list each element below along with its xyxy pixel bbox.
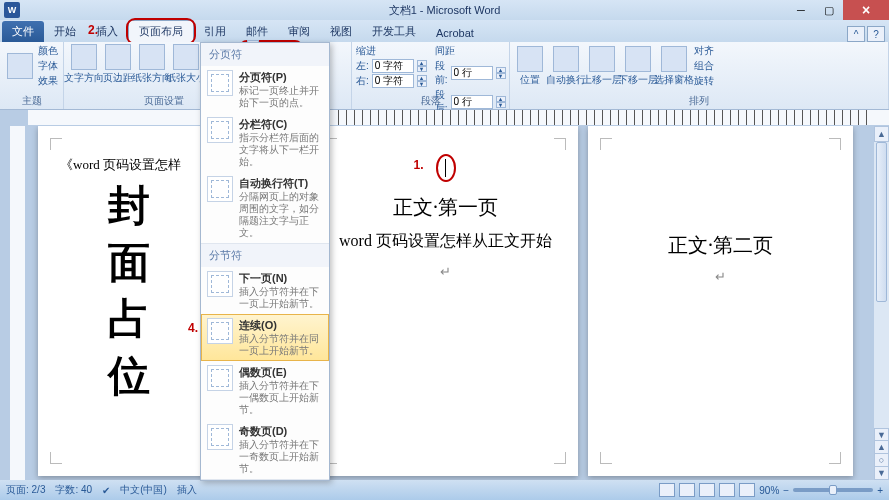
themes-icon bbox=[7, 53, 33, 79]
even-page-break-item[interactable]: 偶数页(E)插入分节符并在下一偶数页上开始新节。 bbox=[201, 361, 329, 420]
tab-references[interactable]: 引用 bbox=[194, 21, 236, 42]
group-paragraph: 缩进 左:▴▾ 右:▴▾ 间距 段前:▴▾ 段后:▴▾ 段落 bbox=[352, 42, 510, 109]
group-objects-button[interactable]: 组合 bbox=[694, 59, 714, 73]
statusbar: 页面: 2/3 字数: 40 ✔ 中文(中国) 插入 90% − + bbox=[0, 480, 889, 500]
view-print-layout-button[interactable] bbox=[659, 483, 675, 497]
horizontal-ruler[interactable] bbox=[28, 110, 889, 126]
position-button[interactable]: 位置 bbox=[514, 46, 546, 87]
continuous-icon bbox=[207, 318, 233, 344]
margins-icon bbox=[105, 44, 131, 70]
browse-object-button[interactable]: ○ bbox=[874, 454, 889, 467]
odd-page-break-item[interactable]: 奇数页(D)插入分节符并在下一奇数页上开始新节。 bbox=[201, 420, 329, 479]
dropdown-section-section-breaks: 分节符 bbox=[201, 244, 329, 267]
rotate-button[interactable]: 旋转 bbox=[694, 74, 714, 88]
dropdown-section-page-breaks: 分页符 bbox=[201, 43, 329, 66]
group-arrange-label: 排列 bbox=[510, 94, 888, 108]
maximize-button[interactable]: ▢ bbox=[815, 0, 843, 20]
ribbon-minimize-button[interactable]: ^ bbox=[847, 26, 865, 42]
vertical-scrollbar[interactable]: ▲ ▼ ▲ ○ ▼ bbox=[873, 126, 889, 480]
app-icon: W bbox=[4, 2, 20, 18]
vertical-ruler[interactable] bbox=[10, 126, 26, 480]
status-insert-mode[interactable]: 插入 bbox=[177, 483, 197, 497]
size-icon bbox=[173, 44, 199, 70]
orientation-icon bbox=[139, 44, 165, 70]
browse-next-button[interactable]: ▼ bbox=[874, 467, 889, 480]
align-button[interactable]: 对齐 bbox=[694, 44, 714, 58]
page-break-item[interactable]: 分页符(P)标记一页终止并开始下一页的点。 bbox=[201, 66, 329, 113]
group-arrange: 位置 自动换行 上移一层 下移一层 选择窗格 对齐 组合 旋转 排列 bbox=[510, 42, 889, 109]
group-themes-label: 主题 bbox=[0, 94, 63, 108]
tab-home[interactable]: 开始 bbox=[44, 21, 86, 42]
document-area: 《word 页码设置怎样 封 面 占 位 1. 正文·第一页 word 页码设置… bbox=[0, 126, 889, 480]
status-language[interactable]: 中文(中国) bbox=[120, 483, 167, 497]
zoom-in-button[interactable]: + bbox=[877, 485, 883, 496]
view-draft-button[interactable] bbox=[739, 483, 755, 497]
text-direction-button[interactable]: 文字方向 bbox=[68, 44, 100, 85]
view-full-screen-button[interactable] bbox=[679, 483, 695, 497]
bring-forward-button[interactable]: 上移一层 bbox=[586, 46, 618, 87]
close-button[interactable]: × bbox=[843, 0, 889, 20]
tab-review[interactable]: 审阅 bbox=[278, 21, 320, 42]
tab-mailings[interactable]: 邮件 bbox=[236, 21, 278, 42]
next-page-icon bbox=[207, 271, 233, 297]
page-break-icon bbox=[207, 70, 233, 96]
help-button[interactable]: ? bbox=[867, 26, 885, 42]
even-page-icon bbox=[207, 365, 233, 391]
scroll-down-arrow[interactable]: ▼ bbox=[874, 428, 889, 441]
cursor-annotation: 1. bbox=[436, 154, 456, 182]
status-words[interactable]: 字数: 40 bbox=[55, 483, 92, 497]
page-3[interactable]: 正文·第二页 ↵ bbox=[588, 126, 853, 476]
send-backward-button[interactable]: 下移一层 bbox=[622, 46, 654, 87]
send-backward-icon bbox=[625, 46, 651, 72]
indent-right-input[interactable] bbox=[372, 74, 414, 88]
themes-button[interactable] bbox=[4, 53, 36, 79]
page2-heading: 正文·第一页 bbox=[335, 194, 556, 221]
selection-pane-button[interactable]: 选择窗格 bbox=[658, 46, 690, 87]
theme-colors-button[interactable]: 颜色 bbox=[38, 44, 58, 58]
ribbon-tabs: 文件 开始 插入 2. 页面布局 引用 邮件 审阅 视图 开发工具 Acroba… bbox=[0, 20, 889, 42]
scroll-thumb[interactable] bbox=[876, 142, 887, 302]
position-icon bbox=[517, 46, 543, 72]
tab-developer[interactable]: 开发工具 bbox=[362, 21, 426, 42]
status-page[interactable]: 页面: 2/3 bbox=[6, 483, 45, 497]
page-2[interactable]: 1. 正文·第一页 word 页码设置怎样从正文开始 ↵ bbox=[313, 126, 578, 476]
theme-fonts-button[interactable]: 字体 bbox=[38, 59, 58, 73]
indent-left-input[interactable] bbox=[372, 59, 414, 73]
column-break-item[interactable]: 分栏符(C)指示分栏符后面的文字将从下一栏开始。 bbox=[201, 113, 329, 172]
selection-pane-icon bbox=[661, 46, 687, 72]
scroll-track[interactable] bbox=[874, 142, 889, 424]
orientation-button[interactable]: 纸张方向 bbox=[136, 44, 168, 85]
page3-heading: 正文·第二页 bbox=[610, 232, 831, 259]
bring-forward-icon bbox=[589, 46, 615, 72]
text-wrapping-icon bbox=[207, 176, 233, 202]
minimize-button[interactable]: ─ bbox=[787, 0, 815, 20]
scroll-up-arrow[interactable]: ▲ bbox=[874, 126, 889, 142]
margins-button[interactable]: 页边距 bbox=[102, 44, 134, 85]
tab-view[interactable]: 视图 bbox=[320, 21, 362, 42]
wrap-text-button[interactable]: 自动换行 bbox=[550, 46, 582, 87]
theme-effects-button[interactable]: 效果 bbox=[38, 74, 58, 88]
zoom-slider[interactable] bbox=[793, 488, 873, 492]
tab-file[interactable]: 文件 bbox=[2, 21, 44, 42]
next-page-break-item[interactable]: 下一页(N)插入分节符并在下一页上开始新节。 bbox=[201, 267, 329, 314]
view-outline-button[interactable] bbox=[719, 483, 735, 497]
text-wrapping-break-item[interactable]: 自动换行符(T)分隔网页上的对象周围的文字，如分隔题注文字与正文。 bbox=[201, 172, 329, 243]
group-themes: 颜色 字体 效果 主题 bbox=[0, 42, 64, 109]
page2-body: word 页码设置怎样从正文开始 bbox=[335, 227, 556, 254]
browse-prev-button[interactable]: ▲ bbox=[874, 441, 889, 454]
tab-acrobat[interactable]: Acrobat bbox=[426, 24, 484, 42]
annotation-2: 2. bbox=[88, 23, 98, 37]
wrap-icon bbox=[553, 46, 579, 72]
ribbon: 颜色 字体 效果 主题 文字方向 页边距 纸张方向 纸张大小 分栏 页面设置 分… bbox=[0, 42, 889, 110]
group-paragraph-label: 段落 bbox=[352, 94, 509, 108]
spacing-before-input[interactable] bbox=[451, 66, 493, 80]
continuous-break-item[interactable]: 连续(O)插入分节符并在同一页上开始新节。 bbox=[201, 314, 329, 361]
size-button[interactable]: 纸张大小 bbox=[170, 44, 202, 85]
text-direction-icon bbox=[71, 44, 97, 70]
zoom-out-button[interactable]: − bbox=[783, 485, 789, 496]
zoom-level[interactable]: 90% bbox=[759, 485, 779, 496]
tab-page-layout[interactable]: 页面布局 bbox=[128, 20, 194, 42]
column-break-icon bbox=[207, 117, 233, 143]
status-proofing-icon[interactable]: ✔ bbox=[102, 485, 110, 496]
view-web-layout-button[interactable] bbox=[699, 483, 715, 497]
